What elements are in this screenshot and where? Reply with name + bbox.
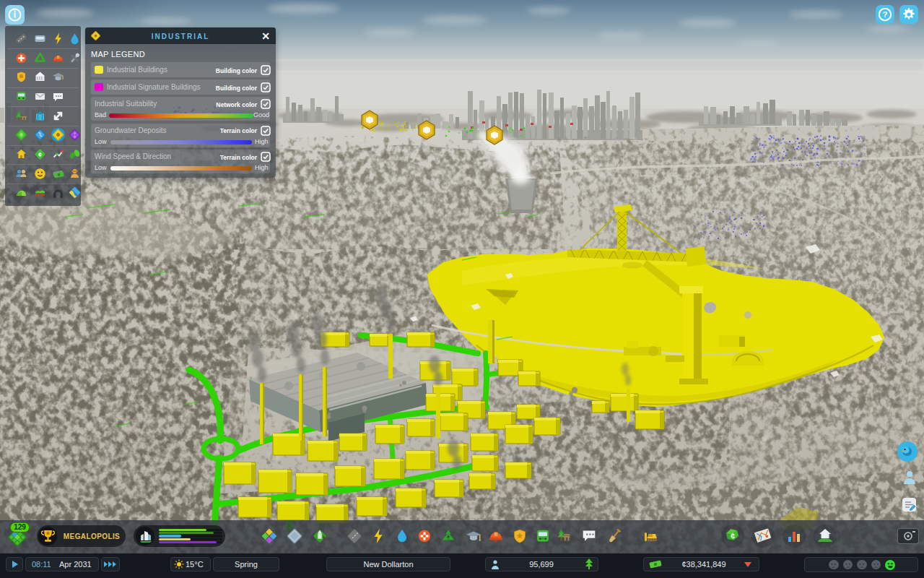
svg-text:¢: ¢: [38, 151, 42, 158]
svg-text:¢: ¢: [731, 532, 735, 540]
svg-text:?: ?: [883, 10, 888, 19]
